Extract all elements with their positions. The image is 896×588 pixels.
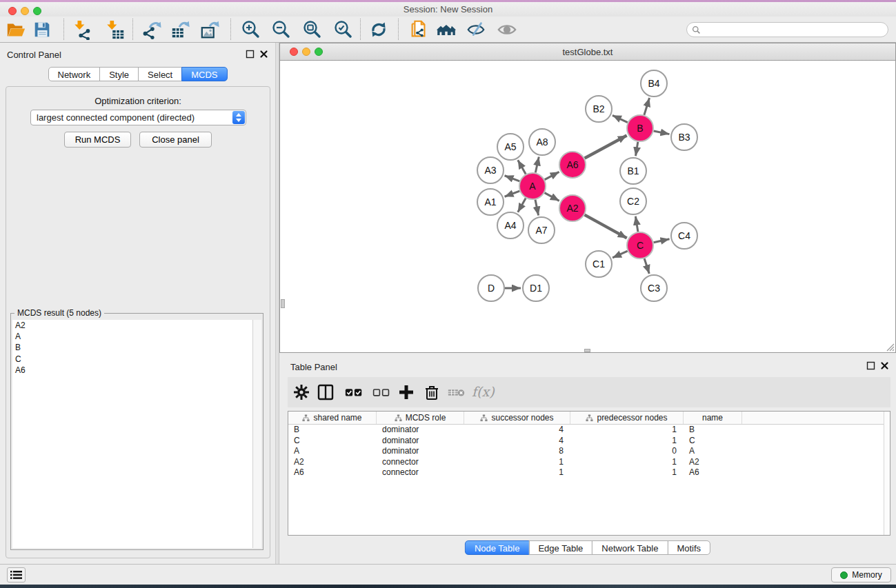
column-header-MCDS-role[interactable]: MCDS role (377, 412, 464, 424)
node-C4[interactable]: C4 (671, 223, 697, 249)
tab-edge-table[interactable]: Edge Table (528, 540, 593, 555)
column-header-name[interactable]: name (684, 412, 742, 424)
table-close-icon[interactable] (880, 361, 889, 369)
export-image-icon[interactable] (200, 19, 221, 40)
node-A[interactable]: A (519, 173, 546, 199)
table-row[interactable]: Cdominator41C (288, 436, 890, 447)
tab-select[interactable]: Select (138, 67, 182, 81)
zoom-fit-icon[interactable] (301, 19, 322, 40)
delete-table-icon[interactable] (447, 383, 466, 402)
import-table-icon[interactable] (105, 19, 126, 40)
network-zoom-button[interactable] (315, 48, 323, 56)
mcds-list-scrollbar[interactable] (252, 320, 261, 548)
node-A6[interactable]: A6 (559, 152, 586, 178)
network-canvas[interactable]: B4B2BB3A8A5A6A3B1AC2A1A2A4A7C4CC1C3DD1 (280, 61, 895, 352)
node-C3[interactable]: C3 (641, 275, 667, 301)
close-panel-icon[interactable] (259, 49, 268, 58)
tab-node-table[interactable]: Node Table (465, 540, 530, 555)
close-panel-button[interactable]: Close panel (139, 132, 212, 148)
node-A3[interactable]: A3 (477, 157, 504, 183)
table-row[interactable]: Bdominator41B (288, 425, 890, 436)
select-all-icon[interactable] (344, 383, 364, 402)
node-A5[interactable]: A5 (497, 134, 524, 160)
deselect-all-icon[interactable] (372, 383, 391, 402)
node-C2[interactable]: C2 (620, 188, 646, 214)
mcds-result-item[interactable]: C (12, 354, 252, 365)
tab-network[interactable]: Network (48, 67, 100, 81)
edge-C-C1[interactable] (613, 251, 628, 258)
edge-C-C4[interactable] (654, 239, 670, 243)
node-B4[interactable]: B4 (641, 70, 667, 97)
table-row[interactable]: Adominator80A (288, 446, 890, 457)
node-C1[interactable]: C1 (586, 251, 612, 277)
tab-motifs[interactable]: Motifs (667, 540, 710, 555)
edge-A-A7[interactable] (535, 200, 539, 216)
search-input[interactable] (704, 23, 883, 36)
edge-B-B2[interactable] (613, 115, 628, 122)
resize-grip[interactable] (886, 343, 895, 352)
table-row[interactable]: A6connector11A6 (288, 467, 890, 478)
save-session-icon[interactable] (32, 19, 52, 40)
node-B[interactable]: B (627, 115, 653, 141)
edge-A-A5[interactable] (518, 160, 526, 174)
node-A4[interactable]: A4 (497, 212, 524, 239)
network-close-button[interactable] (290, 48, 298, 56)
column-header-shared-name[interactable]: shared name (288, 412, 377, 424)
edge-B-B3[interactable] (654, 131, 670, 134)
search-field[interactable] (686, 22, 888, 37)
zoom-in-icon[interactable] (240, 19, 261, 40)
edge-C-C2[interactable] (635, 216, 638, 232)
task-history-button[interactable] (7, 567, 26, 582)
mcds-result-item[interactable]: A (12, 331, 252, 342)
vertical-scroll-thumb[interactable] (281, 299, 285, 308)
new-network-from-selection-icon[interactable] (408, 19, 429, 40)
tab-style[interactable]: Style (99, 67, 139, 81)
zoom-selected-icon[interactable] (332, 19, 353, 40)
node-D1[interactable]: D1 (523, 275, 549, 301)
edge-A-A4[interactable] (518, 198, 526, 212)
table-float-icon[interactable] (866, 361, 875, 369)
minimize-window-button[interactable] (21, 7, 29, 15)
horizontal-scroll-thumb[interactable] (584, 349, 590, 352)
split-columns-icon[interactable] (316, 383, 335, 402)
node-A2[interactable]: A2 (559, 195, 586, 221)
function-builder-icon[interactable]: f(x) (472, 384, 495, 399)
edge-C-C3[interactable] (644, 258, 649, 274)
delete-column-icon[interactable] (422, 383, 441, 402)
open-file-icon[interactable] (6, 19, 26, 40)
edge-A-A8[interactable] (535, 156, 539, 172)
node-B1[interactable]: B1 (620, 158, 646, 184)
table-row[interactable]: A2connector11A2 (288, 457, 890, 468)
column-header-predecessor-nodes[interactable]: predecessor nodes (570, 412, 684, 424)
close-window-button[interactable] (8, 7, 17, 15)
float-panel-icon[interactable] (246, 49, 255, 58)
node-C[interactable]: C (627, 232, 653, 258)
refresh-icon[interactable] (368, 19, 389, 40)
export-network-icon[interactable] (141, 19, 162, 40)
settings-gear-icon[interactable] (292, 383, 311, 402)
mcds-result-item[interactable]: A2 (12, 320, 252, 331)
mcds-result-item[interactable]: B (12, 342, 252, 353)
node-B2[interactable]: B2 (586, 96, 612, 122)
node-A7[interactable]: A7 (528, 217, 555, 243)
edge-A-A2[interactable] (545, 193, 559, 201)
import-network-icon[interactable] (72, 19, 93, 40)
node-A1[interactable]: A1 (477, 189, 504, 215)
edge-A-A3[interactable] (505, 176, 520, 181)
zoom-out-icon[interactable] (270, 19, 291, 40)
home-icon[interactable] (436, 19, 457, 40)
export-table-icon[interactable] (170, 19, 191, 40)
mcds-result-item[interactable]: A6 (12, 365, 252, 376)
table-scrollbar[interactable] (884, 412, 890, 535)
node-B3[interactable]: B3 (671, 124, 697, 150)
edge-A2-C[interactable] (585, 215, 627, 239)
network-minimize-button[interactable] (302, 48, 310, 56)
column-header-successor-nodes[interactable]: successor nodes (464, 412, 570, 424)
zoom-window-button[interactable] (33, 7, 41, 15)
show-hide-icon[interactable] (497, 19, 517, 40)
style-preview-icon[interactable] (466, 19, 486, 40)
tab-mcds[interactable]: MCDS (181, 67, 227, 81)
edge-A-A6[interactable] (545, 172, 559, 179)
edge-B-B1[interactable] (636, 142, 638, 156)
memory-button[interactable]: Memory (831, 567, 891, 582)
